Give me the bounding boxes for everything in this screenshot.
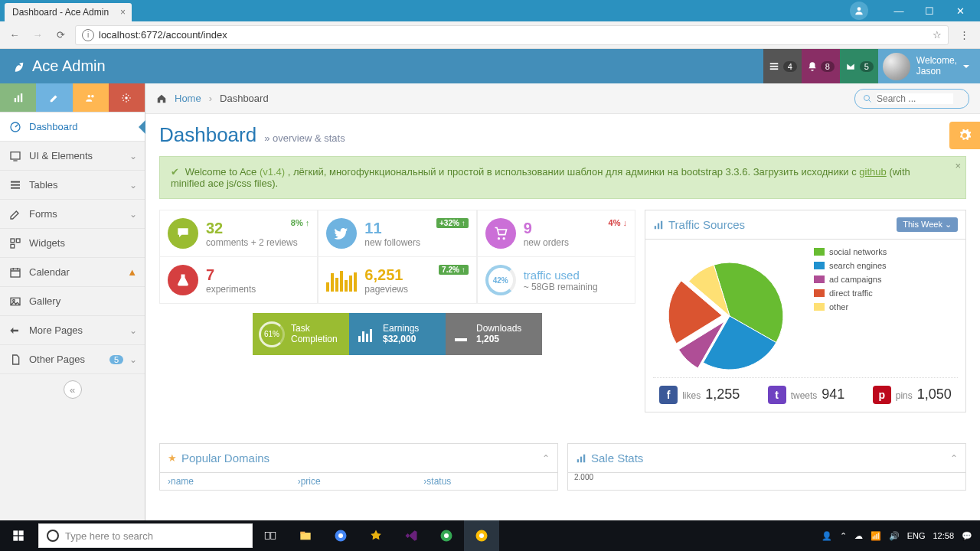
sidebar-item-gallery[interactable]: Gallery: [0, 287, 145, 316]
social-likes: flikes1,255: [659, 386, 740, 404]
shortcut-stats[interactable]: [0, 83, 36, 112]
cortana-search[interactable]: Type here to search: [38, 523, 253, 548]
sidebar-label: Widgets: [29, 237, 65, 249]
signal-icon: [653, 220, 664, 230]
task-view-icon[interactable]: [253, 520, 288, 551]
svg-rect-38: [300, 533, 310, 540]
svg-rect-27: [658, 223, 659, 229]
breadcrumbs: Home › Dashboard: [145, 83, 980, 114]
svg-rect-17: [11, 244, 15, 248]
twitter-icon: t: [768, 386, 786, 404]
svg-rect-4: [14, 98, 15, 102]
svg-rect-12: [11, 181, 20, 182]
close-tab-icon[interactable]: ×: [120, 7, 126, 18]
infobox-traffic: 42% traffic used~ 58GB remaining: [477, 257, 635, 304]
settings-button[interactable]: [949, 122, 980, 149]
tray-people-icon[interactable]: 👤: [822, 531, 832, 541]
chrome-icon-2[interactable]: [429, 520, 464, 551]
tray-lang[interactable]: ENG: [907, 531, 926, 540]
bars-icon: [326, 269, 357, 292]
warning-icon: ▲: [127, 266, 137, 278]
nav-messages[interactable]: 5: [840, 49, 878, 83]
collapse-icon[interactable]: ⌃: [950, 453, 958, 464]
tray-notifications-icon[interactable]: 💬: [962, 531, 972, 541]
brand[interactable]: Ace Admin: [0, 57, 118, 75]
url-input[interactable]: i localhost:6772/account/index ☆: [75, 25, 949, 45]
sidebar-item-ui[interactable]: UI & Elements ⌄: [0, 142, 145, 171]
chrome-profile-icon[interactable]: [850, 2, 868, 20]
reload-icon[interactable]: ⟳: [52, 29, 69, 41]
shortcut-edit[interactable]: [36, 83, 72, 112]
sidebar-item-other-pages[interactable]: Other Pages 5 ⌄: [0, 345, 145, 374]
bookmark-icon[interactable]: ☆: [933, 29, 942, 41]
site-info-icon[interactable]: i: [82, 29, 94, 41]
chrome-icon[interactable]: [323, 520, 358, 551]
download-icon: [452, 325, 470, 344]
browser-menu-icon[interactable]: ⋮: [955, 29, 974, 41]
value: 6,251: [364, 266, 408, 284]
stat: 8% ↑: [291, 218, 309, 227]
sidebar-shortcuts: [0, 83, 145, 112]
shortcut-settings[interactable]: [109, 83, 145, 112]
label: pageviews: [364, 284, 408, 295]
browser-titlebar: Dashboard - Ace Admin × — ☐ ✕: [0, 0, 980, 21]
chevron-down-icon: ⌄: [129, 151, 137, 161]
sidebar-item-more-pages[interactable]: More Pages ⌄: [0, 316, 145, 345]
progress-ring: 42%: [485, 265, 516, 295]
sale-stats-widget: Sale Stats ⌃ 2.000: [567, 443, 966, 491]
shortcut-users[interactable]: [73, 83, 109, 112]
svg-rect-35: [19, 536, 24, 541]
tab-title: Dashboard - Ace Admin: [12, 7, 109, 18]
sidebar-item-widgets[interactable]: Widgets: [0, 229, 145, 258]
nav-tasks[interactable]: 4: [763, 49, 802, 83]
start-button[interactable]: [0, 530, 37, 542]
tile-earnings[interactable]: Earnings$32,000: [349, 313, 446, 355]
maximize-icon[interactable]: ☐: [914, 5, 945, 17]
tile-downloads[interactable]: Downloads1,205: [446, 313, 542, 355]
search-placeholder: Type here to search: [65, 530, 153, 542]
collapse-icon[interactable]: ⌃: [542, 453, 550, 464]
tray-wifi-icon[interactable]: 📶: [871, 531, 881, 541]
sidebar-label: Calendar: [29, 266, 70, 278]
svg-rect-39: [300, 532, 305, 534]
social-tweets: ttweets941: [768, 386, 845, 404]
system-tray[interactable]: 👤 ⌃ ☁ 📶 🔊 ENG 12:58 💬: [814, 531, 980, 541]
search-box[interactable]: [854, 89, 969, 109]
close-icon[interactable]: ✕: [945, 5, 975, 17]
stat: 7.2% ↑: [439, 265, 469, 274]
traffic-sources-widget: Traffic Sources This Week ⌄ social netwo…: [645, 210, 966, 412]
tray-time[interactable]: 12:58: [933, 531, 954, 540]
github-link[interactable]: github: [859, 166, 886, 178]
breadcrumb-home-link[interactable]: Home: [175, 93, 201, 104]
widget-title: Popular Domains: [181, 452, 537, 465]
facebook-icon: f: [659, 386, 678, 404]
nav-user-menu[interactable]: Welcome, Jason: [878, 49, 980, 83]
tile-task-completion[interactable]: 61% TaskCompletion: [253, 313, 349, 355]
sidebar-item-calendar[interactable]: Calendar ▲: [0, 258, 145, 287]
minimize-icon[interactable]: —: [884, 5, 914, 17]
back-icon[interactable]: ←: [6, 29, 23, 41]
sidebar-item-tables[interactable]: Tables ⌄: [0, 171, 145, 200]
sidebar-item-forms[interactable]: Forms ⌄: [0, 200, 145, 229]
sidebar-item-dashboard[interactable]: Dashboard: [0, 112, 145, 142]
tray-onedrive-icon[interactable]: ☁: [854, 531, 863, 541]
timerange-dropdown[interactable]: This Week ⌄: [897, 217, 958, 232]
explorer-icon[interactable]: [288, 520, 323, 551]
search-input[interactable]: [877, 93, 953, 104]
chrome-icon-active[interactable]: [464, 520, 499, 551]
tray-up-icon[interactable]: ⌃: [840, 531, 847, 541]
tasks-badge: 4: [783, 61, 797, 72]
sidebar-collapse-button[interactable]: «: [64, 380, 82, 399]
value: 11: [364, 220, 420, 237]
vs-icon[interactable]: [394, 520, 429, 551]
svg-rect-36: [265, 533, 270, 540]
table-header: ›name ›price ›status: [160, 473, 557, 490]
progress-ring: 61%: [259, 321, 285, 347]
close-alert-icon[interactable]: ×: [955, 160, 961, 171]
nav-notifications[interactable]: 8: [802, 49, 840, 83]
svg-rect-15: [11, 239, 15, 243]
dev-tool-icon[interactable]: [358, 520, 394, 551]
chevron-down-icon: ⌄: [129, 354, 137, 365]
browser-tab[interactable]: Dashboard - Ace Admin ×: [5, 3, 132, 21]
tray-volume-icon[interactable]: 🔊: [889, 531, 900, 541]
